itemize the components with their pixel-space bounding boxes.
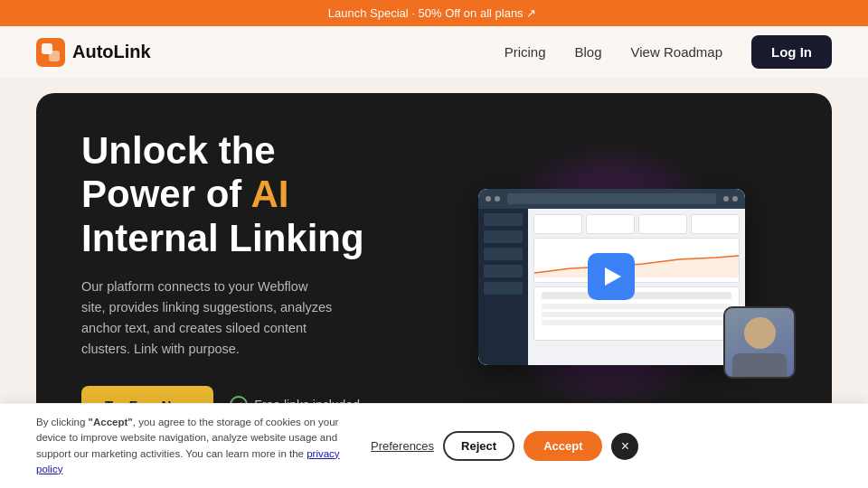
dash-dot-1 xyxy=(486,196,491,202)
play-button[interactable] xyxy=(588,253,635,300)
video-thumbnail[interactable] xyxy=(478,189,745,365)
launch-banner[interactable]: Launch Special · 50% Off on all plans ↗ xyxy=(0,0,868,26)
dash-dot-3 xyxy=(723,196,729,202)
metric-card-2 xyxy=(586,214,635,234)
cookie-actions: Preferences Reject Accept × xyxy=(371,431,638,461)
dash-sidebar xyxy=(478,209,528,365)
metric-card-3 xyxy=(638,214,687,234)
hero-video-area xyxy=(436,189,787,365)
metric-card-4 xyxy=(691,214,740,234)
presenter-body xyxy=(732,353,787,379)
hero-title-line3: Internal Linking xyxy=(81,217,364,259)
hero-ai-text: AI xyxy=(250,173,288,215)
hero-title: Unlock the Power of AI Internal Linking xyxy=(81,129,400,260)
logo[interactable]: AutoLink xyxy=(36,38,151,67)
svg-rect-2 xyxy=(49,51,60,61)
cookie-text: By clicking "Accept", you agree to the s… xyxy=(36,415,344,477)
svg-marker-3 xyxy=(534,253,740,277)
cookie-banner: By clicking "Accept", you agree to the s… xyxy=(0,403,868,488)
sidebar-item-5 xyxy=(484,282,523,295)
hero-content: Unlock the Power of AI Internal Linking … xyxy=(81,129,400,425)
nav-blog[interactable]: Blog xyxy=(575,44,602,60)
sidebar-item-1 xyxy=(484,213,523,226)
sidebar-item-2 xyxy=(484,230,523,243)
sidebar-item-3 xyxy=(484,248,523,260)
dash-dot-2 xyxy=(495,196,500,202)
privacy-policy-link[interactable]: privacy policy xyxy=(36,448,340,474)
metric-row xyxy=(533,214,740,234)
nav-roadmap[interactable]: View Roadmap xyxy=(631,44,722,60)
navbar: AutoLink Pricing Blog View Roadmap Log I… xyxy=(0,26,868,79)
hero-title-line2: Power of xyxy=(81,173,250,215)
banner-text: Launch Special · 50% Off on all plans ↗ xyxy=(328,6,536,20)
login-button[interactable]: Log In xyxy=(751,35,832,69)
accept-bold: "Accept" xyxy=(89,417,133,427)
chart-svg xyxy=(534,250,740,277)
table-area xyxy=(533,286,740,341)
hero-description: Our platform connects to your Webflow si… xyxy=(81,277,335,361)
hero-title-line1: Unlock the xyxy=(81,129,276,172)
logo-text: AutoLink xyxy=(72,42,151,62)
metric-card-1 xyxy=(533,214,582,234)
accept-button[interactable]: Accept xyxy=(524,431,602,461)
dash-url-bar xyxy=(507,193,716,204)
reject-button[interactable]: Reject xyxy=(443,431,514,461)
close-cookie-button[interactable]: × xyxy=(611,433,638,460)
play-icon xyxy=(605,267,621,286)
presenter-head xyxy=(744,317,776,349)
nav-links: Pricing Blog View Roadmap Log In xyxy=(505,35,832,69)
preferences-button[interactable]: Preferences xyxy=(371,439,434,453)
dash-main xyxy=(528,209,745,365)
sidebar-item-4 xyxy=(484,265,523,277)
chart-area xyxy=(533,238,740,283)
presenter-thumbnail xyxy=(723,306,796,379)
nav-pricing[interactable]: Pricing xyxy=(505,44,546,60)
dash-dot-4 xyxy=(732,196,738,202)
dash-header xyxy=(478,189,745,209)
logo-icon xyxy=(36,38,65,67)
